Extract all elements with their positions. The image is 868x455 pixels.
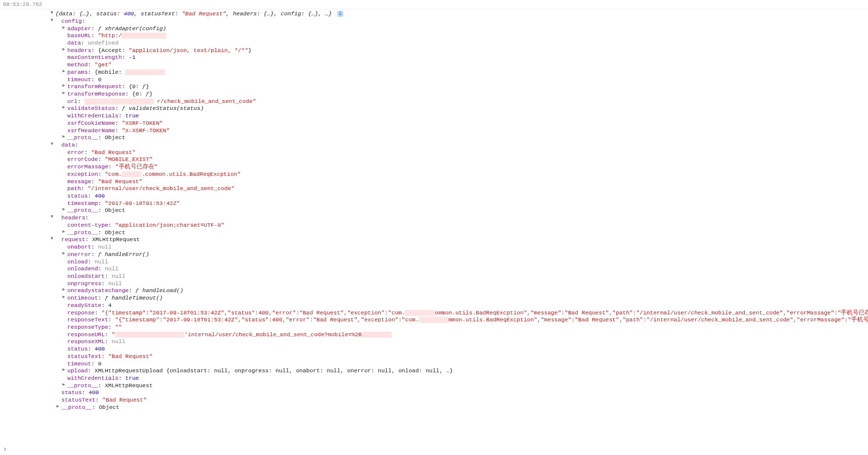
expand-arrow-icon[interactable]: ▼ [49, 214, 54, 220]
redacted-block [419, 317, 449, 323]
prop-value: undefined [88, 40, 118, 46]
top-object-row[interactable]: ▼ {data: {…}, status: 400, statusText: "… [49, 10, 868, 18]
prop-value: true [125, 112, 139, 119]
prop-key: response [67, 309, 94, 316]
request-upload-row[interactable]: ▶ upload: XMLHttpRequestUpload {onloadst… [61, 367, 868, 375]
config-xsrfheader-row[interactable]: xsrfHeaderName: "X-XSRF-TOKEN" [61, 127, 868, 135]
request-responsexml-row[interactable]: responseXML: null [61, 338, 868, 346]
prop-value: "http:/ [98, 32, 122, 39]
request-responseurl-row[interactable]: responseURL: "'internal/user/check_mobil… [61, 331, 868, 339]
expand-arrow-icon[interactable]: ▼ [49, 10, 54, 16]
config-section[interactable]: ▼ config: [49, 18, 868, 25]
prop-value: ƒ xhrAdapter(config) [98, 25, 166, 32]
request-onload-row[interactable]: onload: null [61, 258, 868, 266]
expand-arrow-icon[interactable]: ▼ [49, 236, 54, 242]
expand-arrow-icon[interactable]: ▶ [61, 295, 66, 301]
prop-value: XMLHttpRequestUpload {onloadstart: null,… [94, 367, 453, 374]
data-errormassage-row[interactable]: errorMassage: "手机号已存在" [61, 163, 868, 171]
data-proto-row[interactable]: ▶ __proto__: Object [61, 207, 868, 214]
data-message-row[interactable]: message: "Bad Request" [61, 178, 868, 186]
config-timeout-row[interactable]: timeout: 0 [61, 76, 868, 84]
config-xsrfcookie-row[interactable]: xsrfCookieName: "XSRF-TOKEN" [61, 120, 868, 127]
outer-status-row[interactable]: status: 400 [55, 389, 868, 397]
data-error-row[interactable]: error: "Bad Request" [61, 149, 868, 156]
prop-key: timestamp [67, 200, 98, 206]
prop-value: ƒ validateStatus(status) [122, 105, 204, 111]
data-timestamp-row[interactable]: timestamp: "2017-09-18T01:53:42Z" [61, 200, 868, 207]
request-responsetype-row[interactable]: responseType: "" [61, 324, 868, 331]
data-section[interactable]: ▼ data: [49, 142, 868, 149]
request-timeout-row[interactable]: timeout: 0 [61, 360, 868, 368]
request-onloadstart-row[interactable]: onloadstart: null [61, 273, 868, 280]
prop-value: Object [105, 229, 125, 236]
data-status-row[interactable]: status: 400 [61, 193, 868, 200]
request-ontimeout-row[interactable]: ▶ ontimeout: ƒ handleTimeout() [61, 295, 868, 302]
expand-arrow-icon[interactable]: ▶ [61, 251, 66, 257]
expand-arrow-icon[interactable]: ▼ [49, 142, 54, 148]
expand-arrow-icon[interactable]: ▶ [61, 134, 66, 140]
data-exception-row[interactable]: exception: "com..common.utils.BadReqExcp… [61, 171, 868, 178]
expand-arrow-icon[interactable]: ▶ [61, 25, 66, 31]
expand-arrow-icon[interactable]: ▶ [61, 287, 66, 293]
prop-value: null [112, 338, 126, 345]
request-onerror-row[interactable]: ▶ onerror: ƒ handleError() [61, 251, 868, 258]
prop-value: "/internal/user/check_mobile_and_sent_co… [88, 185, 234, 192]
data-errorcode-row[interactable]: errorCode: "MOBILE_EXIST" [61, 156, 868, 163]
request-responsetext-row[interactable]: responseText: "{"timestamp":"2017-09-18T… [61, 316, 868, 324]
request-status-row[interactable]: status: 400 [61, 346, 868, 353]
config-method-row[interactable]: method: "get" [61, 61, 868, 69]
request-response-row[interactable]: response: "{"timestamp":"2017-09-18T01:5… [61, 309, 868, 317]
prop-key: content-type [67, 222, 108, 228]
data-path-row[interactable]: path: "/internal/user/check_mobile_and_s… [61, 185, 868, 193]
config-baseurl-row[interactable]: baseURL: "http:/ [61, 32, 868, 40]
expand-arrow-icon[interactable]: ▶ [61, 91, 66, 97]
expand-arrow-icon[interactable]: ▶ [61, 69, 66, 75]
expand-arrow-icon[interactable]: ▶ [61, 382, 66, 388]
prop-value: "2017-09-18T01:53:42Z" [105, 200, 180, 206]
request-readystate-row[interactable]: readyState: 4 [61, 302, 868, 309]
prop-key: message [67, 178, 91, 185]
expand-arrow-icon[interactable]: ▶ [61, 83, 66, 89]
config-transformresponse-row[interactable]: ▶ transformResponse: {0: ƒ} [61, 91, 868, 98]
prop-value: r/check_mobile_and_sent_code" [157, 98, 256, 104]
prop-value: "Bad Request" [102, 397, 147, 403]
info-icon[interactable]: i [337, 11, 343, 17]
prop-key: data [61, 142, 75, 148]
request-withcredentials-row[interactable]: withCredentials: true [61, 375, 868, 382]
config-adapter-row[interactable]: ▶ adapter: ƒ xhrAdapter(config) [61, 25, 868, 33]
headers-contenttype-row[interactable]: content-type: "application/json;charset=… [61, 222, 868, 229]
prop-value: null [112, 273, 126, 279]
request-section[interactable]: ▼ request: XMLHttpRequest [49, 236, 868, 244]
expand-arrow-icon[interactable]: ▶ [61, 105, 66, 111]
config-transformrequest-row[interactable]: ▶ transformRequest: {0: ƒ} [61, 83, 868, 91]
request-onprogress-row[interactable]: onprogress: null [61, 280, 868, 288]
expand-arrow-icon[interactable]: ▶ [61, 367, 66, 373]
config-data-row[interactable]: data: undefined [61, 40, 868, 47]
config-validatestatus-row[interactable]: ▶ validateStatus: ƒ validateStatus(statu… [61, 105, 868, 112]
expand-arrow-icon[interactable]: ▶ [55, 404, 60, 410]
headers-section[interactable]: ▼ headers: [49, 214, 868, 222]
outer-statustext-row[interactable]: statusText: "Bad Request" [55, 397, 868, 404]
config-params-row[interactable]: ▶ params: {mobile: [61, 69, 868, 76]
request-onabort-row[interactable]: onabort: null [61, 244, 868, 251]
expand-arrow-icon[interactable]: ▶ [61, 207, 66, 213]
config-headers-row[interactable]: ▶ headers: {Accept: "application/json, t… [61, 47, 868, 54]
config-proto-row[interactable]: ▶ __proto__: Object [61, 134, 868, 142]
config-maxlen-row[interactable]: maxContentLength: -1 [61, 54, 868, 61]
request-onreadystatechange-row[interactable]: ▶ onreadystatechange: ƒ handleLoad() [61, 287, 868, 295]
prop-value: ƒ handleTimeout() [105, 295, 163, 301]
expand-arrow-icon[interactable]: ▶ [61, 229, 66, 235]
headers-proto-row[interactable]: ▶ __proto__: Object [61, 229, 868, 237]
prop-key: headers [61, 214, 85, 221]
request-statustext-row[interactable]: statusText: "Bad Request" [61, 353, 868, 360]
config-withcredentials-row[interactable]: withCredentials: true [61, 112, 868, 120]
request-onloadend-row[interactable]: onloadend: null [61, 265, 868, 273]
prop-value: "get" [94, 61, 112, 68]
expand-arrow-icon[interactable]: ▶ [61, 47, 66, 53]
request-proto-row[interactable]: ▶ __proto__: XMLHttpRequest [61, 382, 868, 390]
prop-value: "Bad Request" [98, 178, 142, 185]
prop-key: timeout [67, 360, 91, 367]
config-url-row[interactable]: url: r/check_mobile_and_sent_code" [61, 98, 868, 105]
outer-proto-row[interactable]: ▶ __proto__: Object [55, 404, 868, 411]
expand-arrow-icon[interactable]: ▼ [49, 18, 54, 24]
